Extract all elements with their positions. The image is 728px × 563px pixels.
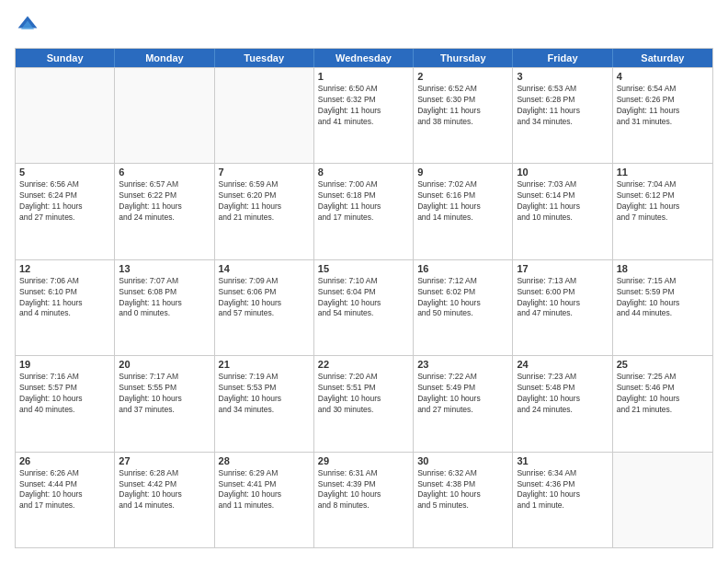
day-info: Sunrise: 7:25 AM Sunset: 5:46 PM Dayligh… (617, 372, 709, 416)
week-row-5: 26Sunrise: 6:26 AM Sunset: 4:44 PM Dayli… (16, 452, 712, 547)
day-info: Sunrise: 7:07 AM Sunset: 6:08 PM Dayligh… (119, 276, 210, 320)
day-number: 8 (318, 167, 409, 178)
day-info: Sunrise: 6:52 AM Sunset: 6:30 PM Dayligh… (417, 84, 508, 128)
day-cell-10: 10Sunrise: 7:03 AM Sunset: 6:14 PM Dayli… (513, 164, 612, 259)
day-cell-15: 15Sunrise: 7:10 AM Sunset: 6:04 PM Dayli… (314, 260, 414, 355)
header-cell-tuesday: Tuesday (215, 49, 314, 67)
day-cell-27: 27Sunrise: 6:28 AM Sunset: 4:42 PM Dayli… (115, 453, 214, 547)
day-info: Sunrise: 6:29 AM Sunset: 4:41 PM Dayligh… (219, 468, 310, 512)
day-info: Sunrise: 7:20 AM Sunset: 5:51 PM Dayligh… (318, 372, 409, 416)
day-cell-8: 8Sunrise: 7:00 AM Sunset: 6:18 PM Daylig… (314, 164, 414, 259)
day-info: Sunrise: 7:03 AM Sunset: 6:14 PM Dayligh… (517, 179, 608, 224)
day-info: Sunrise: 7:17 AM Sunset: 5:55 PM Dayligh… (119, 372, 210, 416)
page: SundayMondayTuesdayWednesdayThursdayFrid… (0, 0, 728, 563)
day-cell-30: 30Sunrise: 6:32 AM Sunset: 4:38 PM Dayli… (414, 453, 513, 547)
day-number: 6 (119, 167, 210, 178)
day-number: 15 (318, 263, 409, 274)
day-info: Sunrise: 7:00 AM Sunset: 6:18 PM Dayligh… (318, 179, 409, 224)
day-cell-20: 20Sunrise: 7:17 AM Sunset: 5:55 PM Dayli… (115, 356, 214, 451)
day-cell-4: 4Sunrise: 6:54 AM Sunset: 6:26 PM Daylig… (613, 68, 712, 163)
day-cell-16: 16Sunrise: 7:12 AM Sunset: 6:02 PM Dayli… (414, 260, 513, 355)
day-info: Sunrise: 6:32 AM Sunset: 4:38 PM Dayligh… (417, 468, 508, 512)
day-number: 27 (119, 455, 210, 466)
day-info: Sunrise: 6:53 AM Sunset: 6:28 PM Dayligh… (517, 84, 608, 128)
header-cell-thursday: Thursday (414, 49, 513, 67)
day-number: 4 (617, 71, 709, 82)
day-number: 20 (119, 359, 210, 370)
day-number: 9 (417, 167, 508, 178)
header-cell-friday: Friday (513, 49, 612, 67)
calendar-body: 1Sunrise: 6:50 AM Sunset: 6:32 PM Daylig… (16, 67, 712, 547)
day-number: 11 (617, 167, 709, 178)
day-number: 19 (19, 359, 110, 370)
day-info: Sunrise: 6:26 AM Sunset: 4:44 PM Dayligh… (19, 468, 110, 512)
day-number: 13 (119, 263, 210, 274)
day-cell-26: 26Sunrise: 6:26 AM Sunset: 4:44 PM Dayli… (16, 453, 115, 547)
day-cell-25: 25Sunrise: 7:25 AM Sunset: 5:46 PM Dayli… (613, 356, 712, 451)
day-number: 23 (417, 359, 508, 370)
day-number: 2 (417, 71, 508, 82)
day-info: Sunrise: 7:10 AM Sunset: 6:04 PM Dayligh… (318, 276, 409, 320)
day-number: 21 (219, 359, 310, 370)
day-info: Sunrise: 7:22 AM Sunset: 5:49 PM Dayligh… (417, 372, 508, 416)
day-number: 22 (318, 359, 409, 370)
empty-cell (115, 68, 214, 163)
day-info: Sunrise: 7:02 AM Sunset: 6:16 PM Dayligh… (417, 179, 508, 224)
empty-cell (16, 68, 115, 163)
week-row-1: 1Sunrise: 6:50 AM Sunset: 6:32 PM Daylig… (16, 67, 712, 163)
day-info: Sunrise: 7:12 AM Sunset: 6:02 PM Dayligh… (417, 276, 508, 320)
day-info: Sunrise: 6:28 AM Sunset: 4:42 PM Dayligh… (119, 468, 210, 512)
day-cell-18: 18Sunrise: 7:15 AM Sunset: 5:59 PM Dayli… (613, 260, 712, 355)
day-number: 16 (417, 263, 508, 274)
day-cell-6: 6Sunrise: 6:57 AM Sunset: 6:22 PM Daylig… (115, 164, 214, 259)
day-cell-24: 24Sunrise: 7:23 AM Sunset: 5:48 PM Dayli… (513, 356, 612, 451)
day-info: Sunrise: 7:04 AM Sunset: 6:12 PM Dayligh… (617, 179, 709, 224)
week-row-3: 12Sunrise: 7:06 AM Sunset: 6:10 PM Dayli… (16, 259, 712, 355)
day-number: 12 (19, 263, 110, 274)
day-info: Sunrise: 6:56 AM Sunset: 6:24 PM Dayligh… (19, 179, 110, 224)
day-cell-14: 14Sunrise: 7:09 AM Sunset: 6:06 PM Dayli… (215, 260, 314, 355)
day-info: Sunrise: 7:13 AM Sunset: 6:00 PM Dayligh… (517, 276, 608, 320)
day-number: 5 (19, 167, 110, 178)
day-number: 18 (617, 263, 709, 274)
empty-cell (215, 68, 314, 163)
day-cell-31: 31Sunrise: 6:34 AM Sunset: 4:36 PM Dayli… (513, 453, 612, 547)
day-cell-12: 12Sunrise: 7:06 AM Sunset: 6:10 PM Dayli… (16, 260, 115, 355)
day-number: 3 (517, 71, 608, 82)
day-number: 1 (318, 71, 409, 82)
day-info: Sunrise: 7:23 AM Sunset: 5:48 PM Dayligh… (517, 372, 608, 416)
day-cell-11: 11Sunrise: 7:04 AM Sunset: 6:12 PM Dayli… (613, 164, 712, 259)
day-cell-13: 13Sunrise: 7:07 AM Sunset: 6:08 PM Dayli… (115, 260, 214, 355)
day-cell-28: 28Sunrise: 6:29 AM Sunset: 4:41 PM Dayli… (215, 453, 314, 547)
day-cell-7: 7Sunrise: 6:59 AM Sunset: 6:20 PM Daylig… (215, 164, 314, 259)
header-cell-monday: Monday (115, 49, 214, 67)
calendar: SundayMondayTuesdayWednesdayThursdayFrid… (15, 48, 713, 548)
header (15, 15, 713, 40)
day-info: Sunrise: 7:19 AM Sunset: 5:53 PM Dayligh… (219, 372, 310, 416)
day-number: 28 (219, 455, 310, 466)
logo (15, 15, 42, 40)
day-number: 29 (318, 455, 409, 466)
day-number: 30 (417, 455, 508, 466)
logo-icon (17, 15, 39, 37)
day-info: Sunrise: 7:09 AM Sunset: 6:06 PM Dayligh… (219, 276, 310, 320)
week-row-4: 19Sunrise: 7:16 AM Sunset: 5:57 PM Dayli… (16, 355, 712, 451)
day-info: Sunrise: 7:16 AM Sunset: 5:57 PM Dayligh… (19, 372, 110, 416)
day-cell-5: 5Sunrise: 6:56 AM Sunset: 6:24 PM Daylig… (16, 164, 115, 259)
day-cell-22: 22Sunrise: 7:20 AM Sunset: 5:51 PM Dayli… (314, 356, 414, 451)
day-cell-19: 19Sunrise: 7:16 AM Sunset: 5:57 PM Dayli… (16, 356, 115, 451)
day-info: Sunrise: 6:57 AM Sunset: 6:22 PM Dayligh… (119, 179, 210, 224)
day-cell-21: 21Sunrise: 7:19 AM Sunset: 5:53 PM Dayli… (215, 356, 314, 451)
day-number: 25 (617, 359, 709, 370)
day-cell-23: 23Sunrise: 7:22 AM Sunset: 5:49 PM Dayli… (414, 356, 513, 451)
day-cell-1: 1Sunrise: 6:50 AM Sunset: 6:32 PM Daylig… (314, 68, 414, 163)
day-cell-29: 29Sunrise: 6:31 AM Sunset: 4:39 PM Dayli… (314, 453, 414, 547)
header-cell-wednesday: Wednesday (314, 49, 414, 67)
day-number: 24 (517, 359, 608, 370)
day-number: 17 (517, 263, 608, 274)
day-number: 10 (517, 167, 608, 178)
day-info: Sunrise: 6:59 AM Sunset: 6:20 PM Dayligh… (219, 179, 310, 224)
calendar-header-row: SundayMondayTuesdayWednesdayThursdayFrid… (16, 49, 712, 67)
day-info: Sunrise: 7:15 AM Sunset: 5:59 PM Dayligh… (617, 276, 709, 320)
day-number: 31 (517, 455, 608, 466)
